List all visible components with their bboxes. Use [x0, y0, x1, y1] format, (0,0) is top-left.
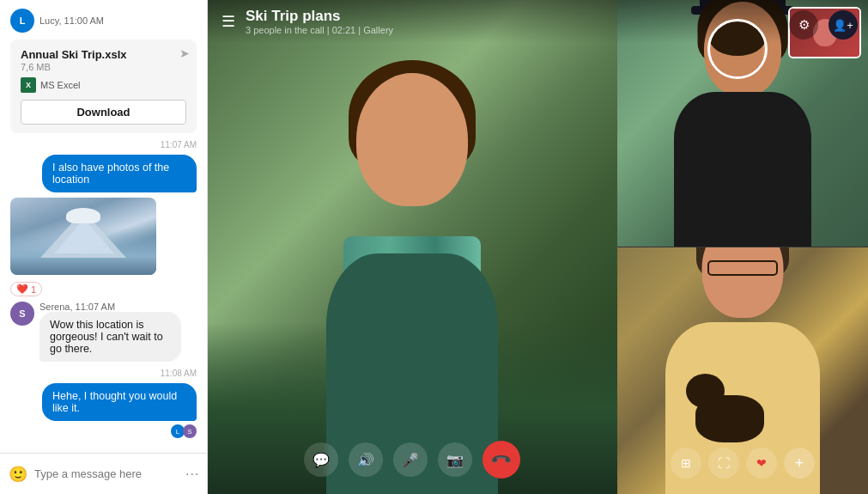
volume-control-button[interactable]: 🔊 — [349, 442, 383, 477]
face-main — [356, 73, 468, 206]
screen-share-icon: ⊞ — [681, 456, 691, 470]
read-receipts: L S — [171, 424, 197, 438]
file-size: 7,6 MB — [21, 62, 186, 72]
avatar-lucy: L — [10, 9, 34, 33]
video-control-button[interactable]: 📷 — [438, 442, 472, 477]
top-right-icons: ⚙ 👤+ — [789, 10, 858, 40]
reaction-row: ❤️ 1 — [10, 282, 197, 296]
main-person-figure — [275, 47, 549, 494]
heart-button[interactable]: ❤ — [746, 448, 777, 479]
bubble-last: Hehe, I thought you would like it. — [42, 383, 197, 421]
excel-icon: X — [21, 77, 36, 93]
mountain-photo — [10, 198, 156, 275]
glasses-br — [707, 260, 778, 276]
heart-reaction[interactable]: ❤️ 1 — [10, 282, 42, 296]
body-tr — [674, 92, 811, 247]
end-call-button[interactable]: 📞 — [483, 441, 520, 479]
file-attachment-card: ➤ Annual Ski Trip.xslx 7,6 MB X MS Excel… — [10, 40, 197, 133]
gear-icon: ⚙ — [798, 17, 810, 33]
dog-head — [686, 374, 725, 408]
forward-icon[interactable]: ➤ — [179, 46, 190, 60]
download-button[interactable]: Download — [21, 100, 186, 125]
heart-icon: ❤ — [756, 456, 767, 470]
emoji-button[interactable]: 🙂 — [9, 465, 27, 484]
heart-emoji: ❤️ — [16, 284, 28, 295]
video-panel: ☰ Ski Trip plans 3 people in the call | … — [208, 0, 868, 494]
settings-icon-button[interactable]: ⚙ — [789, 10, 818, 40]
add-icon: + — [795, 454, 804, 473]
chat-icon: 💬 — [313, 452, 330, 468]
right-controls: ⊞ ⛶ ❤ + — [617, 448, 868, 479]
sender-name-lucy: Lucy, 11:00 AM — [39, 15, 104, 26]
mic-icon: 🎤 — [402, 452, 419, 468]
reaction-count: 1 — [31, 284, 36, 295]
mountain-peak-shape-2 — [54, 219, 114, 253]
call-controls: 💬 🔊 🎤 📷 📞 — [208, 441, 617, 479]
last-bubble-row: Hehe, I thought you would like it. L S — [10, 383, 197, 438]
call-header: ☰ Ski Trip plans 3 people in the call | … — [208, 0, 868, 43]
avatar-serena: S — [10, 302, 34, 326]
fullscreen-icon: ⛶ — [718, 456, 730, 470]
message-input[interactable] — [34, 467, 179, 480]
serena-message-group: S Serena, 11:07 AM Wow this location is … — [10, 302, 197, 362]
chat-control-button[interactable]: 💬 — [304, 442, 338, 477]
main-video — [208, 0, 617, 494]
fullscreen-button[interactable]: ⛶ — [708, 448, 739, 479]
hamburger-icon[interactable]: ☰ — [222, 12, 235, 31]
caller-thumbnail — [707, 19, 768, 79]
end-call-icon: 📞 — [490, 448, 514, 472]
sender-row-lucy: L Lucy, 11:00 AM — [10, 9, 197, 33]
add-button[interactable]: + — [784, 448, 815, 479]
sender-name-serena: Serena, 11:07 AM — [39, 302, 181, 312]
file-type-label: MS Excel — [40, 80, 80, 90]
chat-messages: L Lucy, 11:00 AM ➤ Annual Ski Trip.xslx … — [0, 0, 207, 453]
add-person-button[interactable]: 👤+ — [829, 10, 858, 40]
screen-share-button[interactable]: ⊞ — [671, 448, 701, 479]
call-subtitle-text: 3 people in the call | 02:21 | Gallery — [246, 25, 393, 35]
receipt-avatar-2: S — [183, 424, 197, 438]
file-name: Annual Ski Trip.xslx — [21, 48, 186, 61]
volume-icon: 🔊 — [357, 452, 374, 468]
chat-input-bar: 🙂 ··· — [0, 453, 207, 494]
face-oval-br — [701, 247, 783, 318]
serena-bubble: Wow this location is gorgeous! I can't w… — [39, 312, 181, 362]
caller-hair — [710, 21, 766, 56]
snow-cap-shape — [66, 208, 100, 223]
call-info: Ski Trip plans 3 people in the call | 02… — [246, 8, 393, 35]
timestamp-2: 11:08 AM — [10, 369, 197, 378]
add-person-icon: 👤+ — [833, 19, 853, 32]
call-title: Ski Trip plans — [246, 8, 393, 25]
file-type-row: X MS Excel — [21, 77, 186, 93]
mic-control-button[interactable]: 🎤 — [393, 442, 428, 477]
video-icon: 📷 — [446, 452, 464, 468]
call-subtitle: 3 people in the call | 02:21 | Gallery — [246, 25, 393, 35]
timestamp-1: 11:07 AM — [10, 140, 197, 149]
more-options-button[interactable]: ··· — [185, 467, 199, 482]
bubble-photos: I also have photos of the location — [42, 155, 197, 192]
chat-panel: L Lucy, 11:00 AM ➤ Annual Ski Trip.xslx … — [0, 0, 208, 494]
